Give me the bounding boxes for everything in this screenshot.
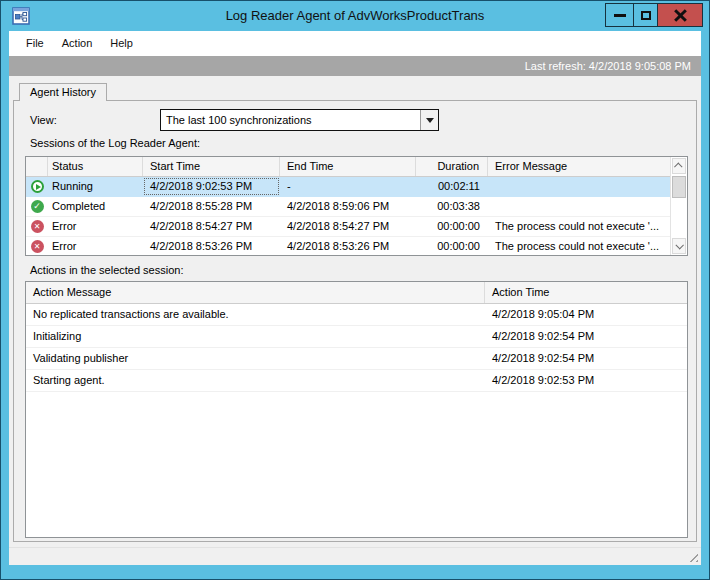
client-area: File Action Help Last refresh: 4/2/2018 …: [9, 31, 701, 565]
table-row[interactable]: Completed 4/2/2018 8:55:28 PM 4/2/2018 8…: [26, 197, 670, 217]
session-end: 4/2/2018 8:59:06 PM: [280, 197, 416, 216]
maximize-icon: [641, 11, 651, 20]
actions-header: Action Message Action Time: [26, 282, 687, 304]
scroll-down-icon: [675, 241, 683, 249]
column-header-error[interactable]: Error Message: [488, 157, 670, 176]
action-time: 4/2/2018 9:02:53 PM: [485, 370, 687, 391]
maximize-button[interactable]: [633, 3, 658, 27]
action-time: 4/2/2018 9:02:54 PM: [485, 348, 687, 369]
completed-icon: [31, 200, 44, 213]
last-refresh-text: Last refresh: 4/2/2018 9:05:08 PM: [525, 60, 691, 72]
session-status: Error: [48, 217, 143, 236]
column-header-icon[interactable]: [26, 157, 48, 176]
running-icon: [31, 180, 44, 193]
close-button[interactable]: [657, 3, 703, 27]
menu-file[interactable]: File: [17, 33, 53, 54]
minimize-button[interactable]: [605, 3, 634, 27]
table-row[interactable]: Running 4/2/2018 9:02:53 PM - 00:02:11: [26, 177, 670, 197]
scrollbar-thumb[interactable]: [672, 176, 686, 198]
session-start: 4/2/2018 8:54:27 PM: [143, 217, 280, 236]
column-header-status[interactable]: Status: [48, 157, 143, 176]
status-bar: [9, 547, 701, 565]
session-start: 4/2/2018 9:02:53 PM: [143, 177, 280, 196]
sessions-table: Status Start Time End Time Duration Erro…: [25, 156, 688, 256]
scroll-up-button[interactable]: [672, 158, 686, 174]
session-error: The process could not execute '...: [488, 237, 670, 256]
minimize-icon: [614, 14, 626, 17]
session-duration: 00:00:00: [416, 217, 488, 236]
vertical-scrollbar[interactable]: [670, 157, 687, 255]
session-duration: 00:00:00: [416, 237, 488, 256]
session-error: [488, 197, 670, 216]
session-duration: 00:02:11: [416, 177, 488, 196]
window-title: Log Reader Agent of AdvWorksProductTrans: [1, 1, 709, 31]
column-header-end[interactable]: End Time: [280, 157, 416, 176]
actions-table: Action Message Action Time No replicated…: [25, 281, 688, 538]
close-icon: [674, 9, 687, 22]
action-message: Initializing: [26, 326, 485, 347]
scroll-down-button[interactable]: [672, 238, 686, 254]
tab-control: Agent History View: The last 100 synchro…: [9, 76, 701, 547]
window-controls: [606, 3, 703, 27]
menu-help[interactable]: Help: [101, 33, 142, 54]
column-header-action-message[interactable]: Action Message: [26, 282, 485, 303]
error-icon: [31, 220, 44, 233]
table-row[interactable]: Initializing 4/2/2018 9:02:54 PM: [26, 326, 687, 348]
session-duration: 00:03:38: [416, 197, 488, 216]
table-row[interactable]: Starting agent. 4/2/2018 9:02:53 PM: [26, 370, 687, 392]
column-header-action-time[interactable]: Action Time: [485, 282, 687, 303]
view-dropdown-value: The last 100 synchronizations: [161, 114, 420, 126]
titlebar: Log Reader Agent of AdvWorksProductTrans: [1, 1, 709, 31]
agent-history-panel: View: The last 100 synchronizations Sess…: [13, 100, 697, 542]
view-dropdown[interactable]: The last 100 synchronizations: [160, 109, 439, 131]
sessions-label: Sessions of the Log Reader Agent:: [30, 137, 200, 149]
session-error: [488, 177, 670, 196]
tab-agent-history[interactable]: Agent History: [19, 83, 107, 101]
menu-action[interactable]: Action: [53, 33, 102, 54]
view-label: View:: [30, 114, 57, 126]
scroll-up-icon: [674, 162, 682, 170]
session-end: 4/2/2018 8:54:27 PM: [280, 217, 416, 236]
view-dropdown-button[interactable]: [420, 110, 438, 130]
session-status: Error: [48, 237, 143, 256]
actions-label: Actions in the selected session:: [30, 264, 183, 276]
session-status: Running: [48, 177, 143, 196]
action-message: Validating publisher: [26, 348, 485, 369]
error-icon: [31, 240, 44, 253]
resize-grip-icon[interactable]: [685, 549, 698, 562]
table-row[interactable]: Error 4/2/2018 8:53:26 PM 4/2/2018 8:53:…: [26, 237, 670, 256]
action-message: No replicated transactions are available…: [26, 304, 485, 325]
sessions-header: Status Start Time End Time Duration Erro…: [26, 157, 670, 177]
action-message: Starting agent.: [26, 370, 485, 391]
session-error: The process could not execute '...: [488, 217, 670, 236]
menubar: File Action Help: [9, 31, 701, 56]
column-header-duration[interactable]: Duration: [416, 157, 488, 176]
session-end: 4/2/2018 8:53:26 PM: [280, 237, 416, 256]
session-start: 4/2/2018 8:53:26 PM: [143, 237, 280, 256]
chevron-down-icon: [426, 118, 434, 123]
log-reader-agent-window: Log Reader Agent of AdvWorksProductTrans…: [0, 0, 710, 580]
action-time: 4/2/2018 9:05:04 PM: [485, 304, 687, 325]
session-start: 4/2/2018 8:55:28 PM: [143, 197, 280, 216]
column-header-start[interactable]: Start Time: [143, 157, 280, 176]
session-end: -: [280, 177, 416, 196]
session-status: Completed: [48, 197, 143, 216]
table-row[interactable]: No replicated transactions are available…: [26, 304, 687, 326]
table-row[interactable]: Error 4/2/2018 8:54:27 PM 4/2/2018 8:54:…: [26, 217, 670, 237]
table-row[interactable]: Validating publisher 4/2/2018 9:02:54 PM: [26, 348, 687, 370]
action-time: 4/2/2018 9:02:54 PM: [485, 326, 687, 347]
last-refresh-bar: Last refresh: 4/2/2018 9:05:08 PM: [9, 56, 701, 76]
